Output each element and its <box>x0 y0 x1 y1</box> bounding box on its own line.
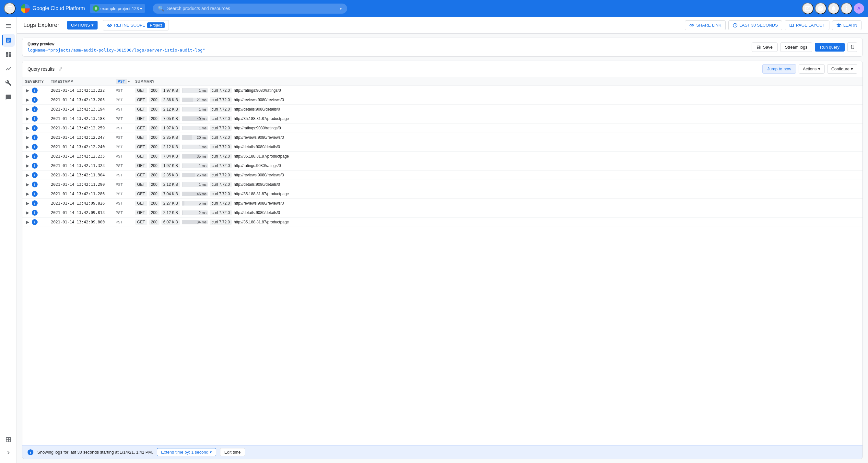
sidebar-item-menu[interactable] <box>2 20 15 32</box>
sidebar-item-tools[interactable] <box>2 76 15 90</box>
table-row[interactable]: ▶ i 2021-01-14 13:42:13.194 PST GET 200 … <box>22 105 863 114</box>
sidebar-item-chat[interactable] <box>2 91 15 104</box>
url-value: http://details:9080/details/0 <box>234 210 280 215</box>
timezone-badge[interactable]: PST <box>116 79 127 84</box>
results-table-container[interactable]: SEVERITY TIMESTAMP PST ▾ SUMMARY ▶ <box>22 77 863 445</box>
sidebar-item-expand[interactable] <box>2 446 15 459</box>
timestamp-cell: 2021-01-14 13:42:09.800 <box>48 218 113 227</box>
more-vert-icon[interactable] <box>841 3 852 14</box>
learn-button[interactable]: LEARN <box>832 21 862 30</box>
row-expand-button[interactable]: ▶ <box>25 210 30 216</box>
sidebar-item-metrics[interactable] <box>2 62 15 75</box>
search-bar[interactable]: 🔍 ▾ <box>153 4 347 13</box>
project-selector[interactable]: example-project-123 ▾ <box>90 4 145 13</box>
help-icon[interactable] <box>815 3 827 14</box>
row-expand-button[interactable]: ▶ <box>25 163 30 168</box>
page-layout-button[interactable]: PAGE LAYOUT <box>785 21 830 30</box>
table-row[interactable]: ▶ i 2021-01-14 13:42:11.304 PST GET 200 … <box>22 171 863 180</box>
run-query-button[interactable]: Run query <box>815 43 845 52</box>
row-expand-button[interactable]: ▶ <box>25 116 30 122</box>
summary-cell: GET 200 1.97 KiB 1 ms curl 7.72.0 http:/… <box>132 161 863 171</box>
status-info-icon: i <box>28 450 33 455</box>
edit-time-button[interactable]: Edit time <box>220 448 245 456</box>
row-expand-button[interactable]: ▶ <box>25 144 30 150</box>
cloud-console-icon[interactable] <box>802 3 813 14</box>
row-expand-button[interactable]: ▶ <box>25 153 30 159</box>
row-expand-button[interactable]: ▶ <box>25 106 30 112</box>
table-row[interactable]: ▶ i 2021-01-14 13:42:09.826 PST GET 200 … <box>22 199 863 208</box>
method-tag: GET <box>135 154 147 159</box>
row-expand-button[interactable]: ▶ <box>25 172 30 178</box>
row-expand-button[interactable]: ▶ <box>25 182 30 187</box>
table-row[interactable]: ▶ i 2021-01-14 13:42:09.813 PST GET 200 … <box>22 208 863 218</box>
table-row[interactable]: ▶ i 2021-01-14 13:42:13.222 PST GET 200 … <box>22 86 863 95</box>
url-value: http://reviews:9080/reviews/0 <box>234 135 284 140</box>
results-header-right: Jump to now Actions ▾ Configure ▾ <box>762 64 857 73</box>
row-expand-button[interactable]: ▶ <box>25 125 30 131</box>
latency-value: 5 ms <box>199 202 207 205</box>
tz-value: PST <box>116 89 123 92</box>
status-tag: 200 <box>149 144 159 150</box>
collapse-button[interactable]: ⇅ <box>847 42 857 52</box>
latency-bar: 5 ms <box>182 201 208 206</box>
sidebar-item-dashboard[interactable] <box>2 48 15 61</box>
stream-logs-button[interactable]: Stream logs <box>780 42 812 52</box>
size-tag: 2.27 KiB <box>161 201 180 206</box>
sidebar-bottom <box>2 433 15 463</box>
severity-cell: ▶ i <box>22 161 48 171</box>
table-row[interactable]: ▶ i 2021-01-14 13:42:11.290 PST GET 200 … <box>22 180 863 189</box>
summary-cell: GET 200 1.97 KiB 1 ms curl 7.72.0 http:/… <box>132 124 863 133</box>
refine-scope-button[interactable]: REFINE SCOPE Project <box>103 20 169 30</box>
row-expand-button[interactable]: ▶ <box>25 97 30 103</box>
tz-value: PST <box>116 220 123 224</box>
options-button[interactable]: OPTIONS ▾ <box>67 21 98 30</box>
row-expand-button[interactable]: ▶ <box>25 200 30 206</box>
table-row[interactable]: ▶ i 2021-01-14 13:42:13.188 PST GET 200 … <box>22 114 863 124</box>
row-expand-button[interactable]: ▶ <box>25 134 30 141</box>
share-link-button[interactable]: SHARE LINK <box>685 21 725 30</box>
summary-cell: GET 200 2.35 KiB 25 ms curl 7.72.0 http:… <box>132 171 863 180</box>
row-expand-button[interactable]: ▶ <box>25 219 30 225</box>
table-row[interactable]: ▶ i 2021-01-14 13:42:12.240 PST GET 200 … <box>22 142 863 152</box>
method-tag: GET <box>135 135 147 140</box>
status-tag: 200 <box>149 163 159 168</box>
extend-time-button[interactable]: Extend time by: 1 second ▾ <box>157 448 216 456</box>
latency-value: 1 ms <box>199 126 207 130</box>
summary-cell: GET 200 2.12 KiB 1 ms curl 7.72.0 http:/… <box>132 142 863 152</box>
hamburger-menu-icon[interactable]: ☰ <box>4 3 16 14</box>
table-row[interactable]: ▶ i 2021-01-14 13:42:12.247 PST GET 200 … <box>22 133 863 142</box>
col-header-timezone[interactable]: PST ▾ <box>113 77 132 86</box>
timestamp-value: 2021-01-14 13:42:11.286 <box>51 192 111 196</box>
project-name: example-project-123 <box>100 6 139 11</box>
table-row[interactable]: ▶ i 2021-01-14 13:42:11.323 PST GET 200 … <box>22 161 863 171</box>
tz-cell: PST <box>113 161 132 171</box>
row-expand-button[interactable]: ▶ <box>25 191 30 197</box>
expand-results-icon[interactable]: ⤢ <box>58 66 63 72</box>
timestamp-cell: 2021-01-14 13:42:13.205 <box>48 95 113 105</box>
actions-button[interactable]: Actions ▾ <box>799 64 825 73</box>
sidebar-item-logs[interactable] <box>2 34 15 47</box>
tz-value: PST <box>116 154 123 158</box>
row-expand-button[interactable]: ▶ <box>25 88 30 93</box>
configure-button[interactable]: Configure ▾ <box>827 64 857 73</box>
summary-cell: GET 200 6.07 KiB 34 ms curl 7.72.0 http:… <box>132 218 863 227</box>
sidebar-item-table[interactable] <box>2 433 15 446</box>
col-header-timestamp[interactable]: TIMESTAMP <box>48 77 113 86</box>
search-input[interactable] <box>167 6 337 11</box>
url-value: http://ratings:9080/ratings/0 <box>234 88 281 93</box>
table-row[interactable]: ▶ i 2021-01-14 13:42:13.205 PST GET 200 … <box>22 95 863 105</box>
table-row[interactable]: ▶ i 2021-01-14 13:42:12.259 PST GET 200 … <box>22 124 863 133</box>
size-tag: 2.36 KiB <box>161 97 180 102</box>
jump-to-now-button[interactable]: Jump to now <box>762 64 796 73</box>
table-row[interactable]: ▶ i 2021-01-14 13:42:11.286 PST GET 200 … <box>22 189 863 199</box>
table-row[interactable]: ▶ i 2021-01-14 13:42:09.800 PST GET 200 … <box>22 218 863 227</box>
table-row[interactable]: ▶ i 2021-01-14 13:42:12.235 PST GET 200 … <box>22 152 863 161</box>
notifications-icon[interactable] <box>828 3 839 14</box>
save-button[interactable]: Save <box>752 42 778 52</box>
last-30-seconds-button[interactable]: LAST 30 SECONDS <box>728 21 782 30</box>
avatar[interactable]: A <box>854 3 864 13</box>
status-tag: 200 <box>149 116 159 121</box>
severity-badge: i <box>32 106 38 112</box>
query-preview-text[interactable]: logName="projects/asm-audit-policy-30150… <box>28 48 748 53</box>
tz-sort-icon: ▾ <box>128 80 130 83</box>
